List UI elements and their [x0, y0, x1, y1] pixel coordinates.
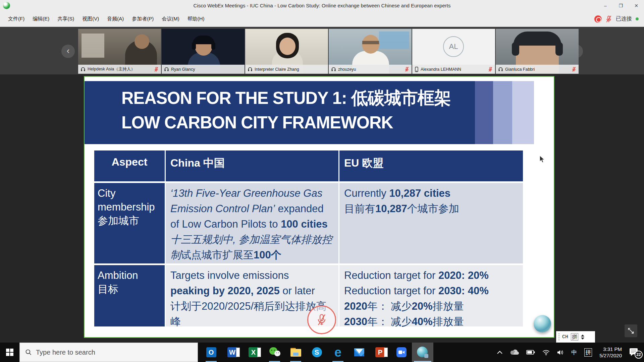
menu-meeting[interactable]: 会议(M)	[162, 16, 179, 22]
taskbar-icon-excel[interactable]: X	[243, 343, 264, 362]
phone-icon	[415, 67, 419, 72]
video-tile-zhouzeyu[interactable]: zhouzeyu	[329, 29, 412, 74]
headset-icon	[80, 67, 86, 72]
video-tile-helpdesk-asia[interactable]: Helpdesk Asia（主持人）	[78, 29, 161, 74]
restore-button[interactable]: ❐	[613, 0, 629, 11]
avatar: AL	[443, 36, 464, 57]
ime-drag-handle[interactable]	[558, 333, 559, 341]
shared-slide: REASON FOR THE STUDY 1: 低碳城市框架 LOW CARBO…	[84, 76, 554, 338]
filmstrip-prev-button[interactable]: ‹	[61, 45, 75, 58]
headset-icon	[331, 67, 336, 72]
taskbar-icon-file-explorer[interactable]	[285, 343, 306, 362]
participant-name: Interpreter Claire Zhang	[255, 67, 326, 72]
video-tile-claire-zhang[interactable]: Interpreter Claire Zhang	[245, 29, 328, 74]
onedrive-cloud-icon[interactable]	[510, 349, 519, 355]
battery-icon[interactable]	[526, 350, 535, 355]
taskbar-icon-camera[interactable]	[391, 343, 412, 362]
taskbar-app-icons: O W X S	[201, 343, 433, 362]
minimize-button[interactable]: –	[598, 0, 613, 11]
expand-view-button[interactable]	[625, 324, 637, 337]
clock-date: 5/27/2020	[599, 352, 622, 359]
connected-status-label: 已连接	[616, 15, 632, 22]
volume-icon[interactable]	[557, 350, 564, 355]
ime-pinyin-indicator[interactable]: 拼	[584, 348, 592, 357]
mouse-cursor	[539, 155, 545, 163]
video-tile-ryan-glancy[interactable]: Ryan Glancy	[162, 29, 245, 74]
wifi-icon[interactable]	[542, 350, 550, 355]
window-controls: – ❐ ✕	[598, 0, 644, 11]
webex-logo-icon	[3, 2, 10, 9]
slide-title-line1: REASON FOR THE STUDY 1: 低碳城市框架	[121, 86, 451, 110]
show-hidden-icons-chevron[interactable]	[497, 350, 503, 354]
ime-toolbar[interactable]: CH 拼	[556, 331, 595, 343]
record-icon[interactable]	[594, 15, 602, 23]
windows-logo-icon	[6, 349, 13, 356]
taskbar-icon-skype[interactable]: S	[306, 343, 327, 362]
search-input[interactable]	[36, 349, 180, 356]
table-header-aspect: Aspect	[94, 150, 165, 181]
banner-stripe	[512, 81, 534, 144]
windows-taskbar: O W X S	[0, 343, 644, 362]
mic-muted-icon	[405, 67, 409, 72]
participant-name: Helpdesk Asia（主持人）	[88, 66, 154, 72]
headset-icon	[164, 67, 169, 72]
table-header-china: China 中国	[166, 150, 338, 181]
mic-muted-icon	[572, 67, 576, 72]
banner-stripe	[493, 81, 512, 144]
menu-edit[interactable]: 编辑(E)	[33, 16, 49, 22]
start-button[interactable]	[0, 343, 19, 362]
menu-audio[interactable]: 音频(A)	[107, 16, 124, 22]
mic-muted-icon	[154, 67, 159, 72]
table-header-eu: EU 欧盟	[339, 150, 523, 181]
slide-title-line2: LOW CARBON CITY FRAMEWORK	[121, 110, 451, 135]
taskbar-icon-powerpoint[interactable]: P	[370, 343, 391, 362]
menu-view[interactable]: 视图(V)	[82, 16, 99, 22]
search-icon	[25, 349, 32, 356]
video-tile-alexandra-lehmann[interactable]: AL Alexandra LEHMANN	[412, 29, 495, 74]
headset-icon	[248, 67, 253, 72]
slide-title-banner: REASON FOR THE STUDY 1: 低碳城市框架 LOW CARBO…	[85, 81, 534, 144]
participant-name-bar: Interpreter Claire Zhang	[245, 65, 328, 74]
mic-muted-icon	[488, 67, 493, 72]
ime-language-label[interactable]: CH	[562, 334, 568, 340]
comparison-table: Aspect China 中国 EU 欧盟 Citymembership参加城市…	[94, 150, 522, 326]
notification-count-badge: 22	[635, 351, 643, 359]
connected-dot-icon	[636, 17, 639, 20]
taskbar-icon-word[interactable]: W	[222, 343, 243, 362]
taskbar-icon-mail[interactable]	[348, 343, 370, 362]
taskbar-icon-webex[interactable]	[412, 343, 433, 362]
participant-name-bar: Alexandra LEHMANN	[412, 65, 495, 74]
menu-participants[interactable]: 参加者(P)	[132, 16, 154, 22]
table-row-aspect: Ambition目标	[94, 265, 165, 326]
mic-muted-icon	[316, 313, 327, 326]
participant-name-bar: Helpdesk Asia（主持人）	[78, 65, 161, 74]
video-tile-gianluca-fabbri[interactable]: Gianluca Fabbri	[496, 29, 579, 74]
taskbar-icon-outlook[interactable]: O	[201, 343, 222, 362]
participant-name: zhouzeyu	[338, 67, 405, 72]
window-title: Cisco WebEx Meetings - IUC China - Low C…	[0, 3, 644, 8]
taskbar-icon-wechat[interactable]	[264, 343, 285, 362]
meeting-status: 已连接	[594, 11, 639, 27]
table-cell-china-membership: ‘13th Five-Year Greenhouse Gas Emission …	[166, 183, 338, 263]
taskbar-search[interactable]	[19, 343, 198, 362]
ime-language-indicator[interactable]: 中	[571, 349, 577, 356]
close-button[interactable]: ✕	[629, 0, 644, 11]
ime-pinyin-toggle[interactable]: 拼	[571, 333, 578, 341]
slide-title: REASON FOR THE STUDY 1: 低碳城市框架 LOW CARBO…	[121, 86, 451, 135]
banner-stripe	[475, 81, 493, 144]
taskbar-clock[interactable]: 3:31 PM 5/27/2020	[599, 346, 622, 359]
participant-name-bar: Gianluca Fabbri	[496, 65, 579, 74]
participant-name: Alexandra LEHMANN	[421, 67, 488, 72]
mic-muted-icon[interactable]	[605, 15, 612, 23]
headset-icon	[498, 67, 503, 72]
action-center-button[interactable]: 22	[629, 348, 639, 357]
participant-name: Ryan Glancy	[171, 67, 242, 72]
system-tray: 中 拼 3:31 PM 5/27/2020 22	[497, 346, 644, 359]
menu-share[interactable]: 共享(S)	[57, 16, 74, 22]
ime-options-spinner[interactable]	[581, 335, 584, 340]
menu-help[interactable]: 帮助(H)	[187, 16, 205, 22]
video-camera-icon	[398, 350, 405, 354]
participant-name: Gianluca Fabbri	[505, 67, 572, 72]
menu-file[interactable]: 文件(F)	[8, 16, 24, 22]
taskbar-icon-edge[interactable]: e	[327, 343, 348, 362]
